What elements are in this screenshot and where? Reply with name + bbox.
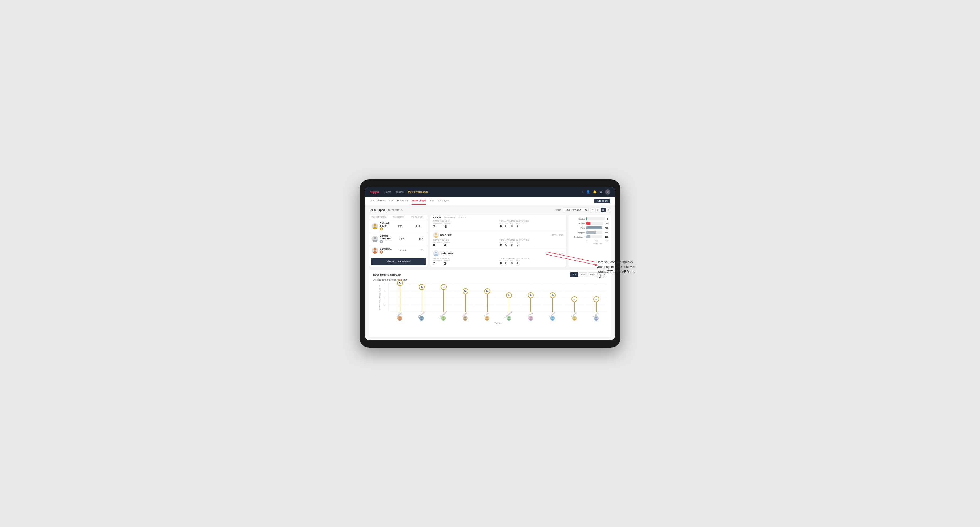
nav-my-performance[interactable]: My Performance [408, 190, 428, 194]
x-tick-400: 400 [605, 240, 608, 242]
streak-app-btn[interactable]: APP [579, 272, 587, 277]
player-1-score: 19/20 [389, 225, 410, 227]
arg-val-1: 0 [510, 224, 514, 228]
team-header-left: Team Clippd | 14 Players ✎ [369, 209, 403, 211]
bar-label-dbogeys: D. Bogeys + [571, 236, 585, 238]
bar-label-bogeys: Bogeys [571, 231, 585, 234]
ott-val-1: 0 [499, 224, 503, 228]
player-card-rees: Rees Britt 02 Sep 2023 Total Rounds [430, 230, 566, 249]
streak-ott-btn[interactable]: OTT [570, 272, 578, 277]
player-cards-panel: Rounds Tournament Practice Total Rounds [430, 214, 566, 267]
nav-teams[interactable]: Teams [396, 190, 403, 194]
bar-track-dbogeys [586, 235, 602, 238]
bar-track-birdies [586, 222, 603, 225]
streak-line-billingham [444, 287, 444, 312]
lb-col-name: PLAYER NAME [372, 216, 388, 218]
svg-point-2 [374, 237, 376, 239]
josh-practice: 2 [444, 261, 450, 265]
profile-icon[interactable]: 👤 [586, 190, 590, 194]
view-leaderboard-button[interactable]: View Full Leaderboard [371, 258, 426, 265]
bar-row-birdies: Birdies 96 [571, 222, 608, 225]
svg-point-25 [551, 319, 554, 321]
rounds-tab[interactable]: Rounds [433, 216, 441, 219]
y-axis-label: Best Streak, Fairway Accuracy [379, 297, 380, 310]
sub-nav-pga[interactable]: PGA [388, 197, 393, 205]
player-3-avg: 103 [414, 249, 428, 252]
streak-bubble-ebert: 7x [397, 280, 403, 286]
table-view-button[interactable]: ⊟ [606, 208, 611, 213]
svg-point-16 [465, 317, 466, 319]
annotation-text: Here you can see streaks your players ha… [597, 260, 635, 278]
sub-nav-pgat[interactable]: PGAT Players [370, 197, 385, 205]
x-col-mmaher: M. Maher [542, 314, 563, 321]
edit-icon[interactable]: ✎ [401, 209, 403, 211]
app-logo: clippd [370, 190, 379, 194]
total-rounds-label: Total Rounds [433, 220, 497, 222]
x-tick-0: 0 [586, 240, 587, 242]
lb-col-avg: PB AVG SQ [409, 216, 425, 218]
svg-point-15 [442, 319, 445, 321]
svg-point-4 [374, 248, 376, 251]
player-1-name: Richard Butler [380, 222, 389, 227]
player-3-avatar [372, 247, 378, 254]
settings-icon[interactable]: ⚙ [600, 190, 602, 194]
card-view-button[interactable]: ▦ [601, 208, 606, 213]
sub-nav-team-clippd[interactable]: Team Clippd [412, 197, 426, 205]
x-tick-200: 200 [595, 240, 598, 242]
bar-fill-dbogeys [586, 235, 590, 238]
sub-nav-hcaps[interactable]: Hcaps 1-5 [397, 197, 408, 205]
streak-bubble-dford: 4x [528, 292, 534, 298]
period-select[interactable]: Last 3 months Last 6 months Last 12 mont… [563, 208, 589, 213]
user-avatar[interactable]: U [605, 189, 610, 195]
streak-bar-ebert: 7x [389, 283, 411, 312]
svg-point-5 [373, 251, 377, 254]
svg-point-26 [574, 317, 576, 319]
svg-point-24 [552, 317, 554, 319]
svg-point-29 [595, 319, 598, 321]
streak-line-ebert [400, 283, 400, 312]
add-team-button[interactable]: Add Team [594, 198, 610, 203]
streak-bar-jcoles: 5x [455, 291, 476, 312]
streak-bar-ecrossman: 4x [498, 295, 520, 312]
streak-bar-mmaher: 4x [542, 295, 563, 312]
svg-point-9 [434, 254, 438, 256]
practice-tab[interactable]: Practice [458, 216, 466, 219]
practice-activities-label: Total Practice Activities [499, 220, 563, 222]
sub-nav-tour[interactable]: Tour [430, 197, 434, 205]
josh-name: Josh Coles [440, 252, 453, 255]
bar-axis-label: Total Shots [586, 243, 608, 245]
svg-point-23 [529, 319, 532, 321]
x-col-rbritt: R. Britt [476, 314, 498, 321]
player-2: Edward Crossman 2 [372, 235, 391, 243]
bar-label-pars: Pars [571, 227, 585, 229]
bell-icon[interactable]: 🔔 [593, 190, 597, 194]
streaks-header: Best Round Streaks OTT APP ARG PUTT [373, 272, 607, 277]
player-1-avg: 110 [410, 225, 426, 227]
player-1: Richard Butler 1 [372, 222, 389, 230]
bar-row-dbogeys: D. Bogeys + 131 [571, 235, 608, 238]
search-icon[interactable]: ⌕ [582, 190, 584, 194]
team-header-right: Show Last 3 months Last 6 months Last 12… [555, 208, 611, 213]
nav-home[interactable]: Home [384, 190, 391, 194]
total-rounds-practice: 6 [445, 224, 450, 229]
tournament-tab[interactable]: Tournament [444, 216, 455, 219]
svg-point-0 [374, 224, 376, 227]
rounds-header: Rounds Tournament Practice Total Rounds [430, 214, 566, 230]
bar-val-pars: 499 [605, 227, 608, 229]
grid-view-button[interactable]: ⊞ [590, 208, 595, 213]
josh-date: 26 Aug 2023 [552, 252, 563, 255]
streak-bubble-mcharg: 6x [419, 284, 425, 290]
bar-track-bogeys [586, 231, 602, 234]
show-label: Show [555, 209, 562, 211]
x-col-billingham: D. Billingham [433, 314, 454, 321]
list-view-button[interactable]: ≡ [595, 208, 600, 213]
streak-line-jcoles [465, 291, 466, 312]
streak-bubble-cquick: 3x [593, 296, 599, 302]
svg-point-22 [530, 317, 532, 319]
view-icons: ⊞ ≡ ▦ ⊟ [590, 208, 611, 213]
svg-point-6 [435, 233, 437, 235]
sub-nav-all-players[interactable]: All Players [438, 197, 450, 205]
streak-bubble-jcoles: 5x [463, 288, 468, 294]
player-3-score: 17/20 [392, 249, 414, 252]
streak-arg-btn[interactable]: ARG [588, 272, 597, 277]
